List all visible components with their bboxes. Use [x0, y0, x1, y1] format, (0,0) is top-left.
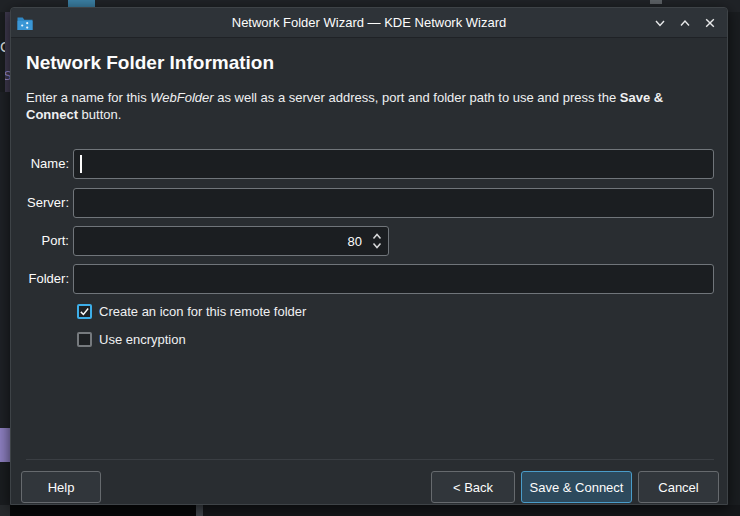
save-connect-button[interactable]: Save & Connect: [521, 471, 632, 503]
background-mark: [650, 0, 662, 4]
back-button[interactable]: < Back: [431, 471, 515, 503]
window-controls: [651, 8, 719, 38]
folder-field-wrap: [73, 264, 714, 294]
port-increment-button[interactable]: [372, 233, 382, 240]
close-button[interactable]: [701, 14, 719, 32]
background-segment: [196, 505, 203, 516]
cancel-button[interactable]: Cancel: [638, 471, 719, 503]
name-label: Name:: [11, 149, 69, 179]
port-input[interactable]: [73, 226, 389, 256]
port-decrement-button[interactable]: [372, 242, 382, 249]
background-window-edge: [0, 92, 10, 428]
chevron-up-icon: [372, 233, 382, 240]
checkbox-checked-icon: [77, 304, 92, 319]
background-segment: [0, 505, 10, 516]
port-spinner: [370, 229, 384, 253]
text-caret: [80, 155, 82, 173]
checkbox-create-icon[interactable]: Create an icon for this remote folder: [77, 303, 306, 320]
description-text: Enter a name for this WebFolder as well …: [26, 89, 684, 123]
server-label: Server:: [11, 188, 69, 218]
port-field-wrap: [73, 226, 389, 256]
background-bottom-strip: [0, 505, 740, 516]
name-input[interactable]: [73, 149, 714, 179]
window-title: Network Folder Wizard — KDE Network Wiza…: [11, 8, 727, 38]
network-folder-wizard-dialog: Network Folder Wizard — KDE Network Wiza…: [10, 7, 728, 505]
page-title: Network Folder Information: [26, 52, 274, 74]
server-input[interactable]: [73, 188, 714, 218]
checkbox-use-encryption[interactable]: Use encryption: [77, 331, 186, 348]
chevron-down-icon: [372, 242, 382, 249]
maximize-button[interactable]: [676, 14, 694, 32]
checkmark-icon: [79, 306, 90, 317]
chevron-up-icon: [679, 17, 691, 29]
minimize-button[interactable]: [651, 14, 669, 32]
port-label: Port:: [11, 226, 69, 256]
footer-separator: [26, 459, 714, 460]
folder-input[interactable]: [73, 264, 714, 294]
background-segment: [203, 505, 740, 516]
close-icon: [704, 17, 716, 29]
server-field-wrap: [73, 188, 714, 218]
titlebar[interactable]: Network Folder Wizard — KDE Network Wiza…: [11, 8, 727, 38]
help-button[interactable]: Help: [21, 471, 101, 503]
name-field-wrap: [73, 149, 714, 179]
checkbox-label: Use encryption: [99, 332, 186, 347]
checkbox-label: Create an icon for this remote folder: [99, 304, 306, 319]
chevron-down-icon: [654, 17, 666, 29]
checkbox-unchecked-icon: [77, 332, 92, 347]
folder-label: Folder:: [11, 264, 69, 294]
